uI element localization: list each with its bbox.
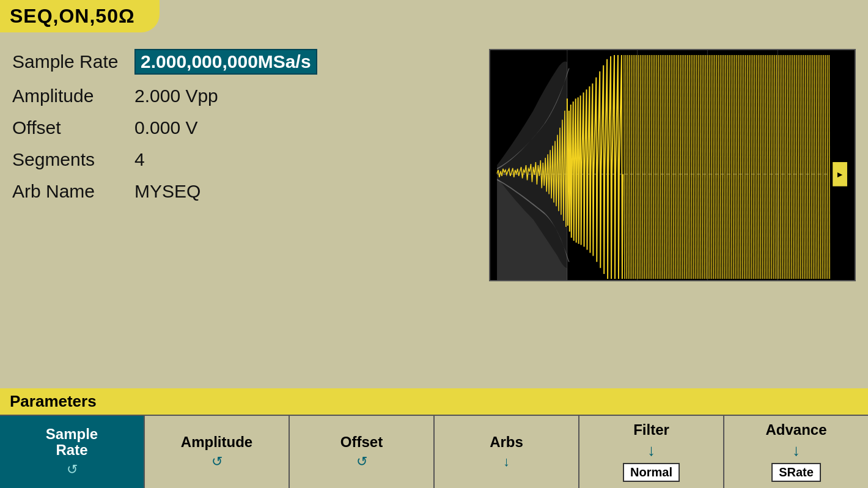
button-sample-rate[interactable]: Sample Rate↺	[0, 416, 145, 488]
svg-line-109	[811, 55, 812, 279]
svg-line-90	[776, 55, 777, 279]
svg-line-110	[813, 55, 814, 279]
svg-line-52	[707, 55, 708, 279]
sample-rate-row: Sample Rate 2.000,000,000MSa/s	[12, 49, 477, 75]
offset-value: 0.000 V	[134, 117, 197, 138]
svg-line-33	[673, 55, 674, 279]
svg-line-50	[704, 55, 704, 279]
svg-line-111	[815, 55, 815, 279]
svg-line-35	[677, 55, 677, 279]
svg-line-12	[635, 55, 636, 279]
svg-line-82	[762, 55, 762, 279]
svg-line-101	[796, 55, 797, 279]
svg-line-38	[682, 55, 683, 279]
button-arrow-advance: ↓	[792, 442, 800, 458]
button-arrow-filter: ↓	[647, 442, 655, 458]
svg-line-93	[782, 55, 782, 279]
svg-line-17	[644, 55, 644, 279]
parameters-label-bar: Parameters	[0, 388, 868, 415]
button-label-advance: Advance	[765, 422, 826, 438]
svg-line-74	[748, 55, 748, 279]
svg-line-25	[658, 55, 659, 279]
svg-line-16	[642, 55, 643, 279]
svg-line-34	[675, 55, 675, 279]
button-offset[interactable]: Offset↺	[290, 416, 435, 488]
svg-line-92	[780, 55, 781, 279]
svg-line-112	[816, 55, 817, 279]
button-advance[interactable]: Advance↓SRate	[724, 416, 868, 488]
svg-line-84	[765, 55, 766, 279]
svg-line-87	[771, 55, 771, 279]
svg-line-54	[711, 55, 712, 279]
button-arbs[interactable]: Arbs↓	[435, 416, 579, 488]
parameters-label: Parameters	[10, 392, 97, 410]
button-filter[interactable]: Filter↓Normal	[579, 416, 724, 488]
svg-line-7	[626, 55, 627, 279]
svg-line-105	[804, 55, 804, 279]
svg-line-103	[800, 55, 801, 279]
button-label-sample-rate: Sample Rate	[46, 426, 98, 459]
header-tab: SEQ,ON,50Ω	[0, 0, 160, 32]
offset-row: Offset 0.000 V	[12, 117, 477, 138]
svg-line-15	[641, 55, 641, 279]
svg-line-95	[785, 55, 786, 279]
segments-label: Segments	[12, 149, 134, 170]
svg-line-21	[651, 55, 652, 279]
offset-label: Offset	[12, 117, 134, 138]
amplitude-label: Amplitude	[12, 86, 134, 106]
button-icon-offset: ↺	[356, 454, 367, 470]
svg-line-75	[749, 55, 750, 279]
button-label-offset: Offset	[340, 434, 383, 450]
button-amplitude[interactable]: Amplitude↺	[145, 416, 290, 488]
svg-line-117	[825, 55, 826, 279]
waveform-display: ►	[489, 49, 856, 281]
svg-line-30	[668, 55, 668, 279]
svg-line-81	[760, 55, 760, 279]
svg-line-73	[746, 55, 746, 279]
svg-line-107	[807, 55, 808, 279]
svg-line-113	[818, 55, 818, 279]
svg-line-115	[822, 55, 822, 279]
bottom-buttons: Sample Rate↺Amplitude↺Offset↺Arbs↓Filter…	[0, 415, 868, 488]
waveform-svg: ►	[490, 50, 855, 280]
svg-line-58	[718, 55, 719, 279]
svg-line-80	[759, 55, 759, 279]
svg-line-45	[695, 55, 696, 279]
svg-line-47	[699, 55, 699, 279]
button-label-arbs: Arbs	[490, 434, 523, 450]
svg-line-49	[702, 55, 702, 279]
svg-line-96	[787, 55, 788, 279]
sample-rate-value[interactable]: 2.000,000,000MSa/s	[134, 49, 317, 75]
params-panel: Sample Rate 2.000,000,000MSa/s Amplitude…	[12, 43, 477, 382]
header-title: SEQ,ON,50Ω	[10, 5, 135, 27]
svg-line-22	[653, 55, 653, 279]
svg-line-57	[716, 55, 717, 279]
svg-line-27	[662, 55, 663, 279]
svg-line-20	[649, 55, 650, 279]
svg-line-13	[637, 55, 638, 279]
amplitude-value: 2.000 Vpp	[134, 86, 218, 106]
button-label-filter: Filter	[633, 422, 669, 438]
arb-name-label: Arb Name	[12, 181, 134, 202]
svg-line-55	[713, 55, 713, 279]
button-icon-amplitude: ↺	[211, 454, 223, 470]
svg-line-65	[731, 55, 732, 279]
svg-line-39	[684, 55, 685, 279]
svg-line-108	[809, 55, 810, 279]
svg-line-78	[755, 55, 756, 279]
svg-line-26	[660, 55, 661, 279]
segments-row: Segments 4	[12, 149, 477, 170]
button-icon-sample-rate: ↺	[67, 462, 78, 478]
svg-line-37	[680, 55, 681, 279]
svg-line-66	[733, 55, 734, 279]
svg-line-76	[751, 55, 752, 279]
arb-name-value: MYSEQ	[134, 181, 200, 202]
svg-line-9	[630, 55, 630, 279]
svg-line-51	[705, 55, 706, 279]
svg-line-68	[737, 55, 737, 279]
svg-line-18	[645, 55, 646, 279]
svg-line-48	[701, 55, 701, 279]
svg-line-69	[738, 55, 739, 279]
button-icon-arbs: ↓	[503, 454, 510, 470]
svg-line-70	[740, 55, 741, 279]
